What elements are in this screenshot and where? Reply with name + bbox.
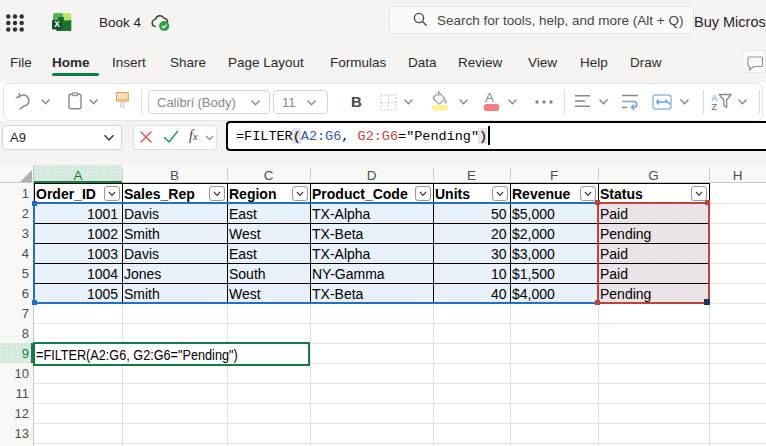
svg-text:Z: Z (712, 102, 718, 111)
svg-text:A: A (712, 93, 718, 103)
svg-text:X: X (54, 19, 60, 29)
